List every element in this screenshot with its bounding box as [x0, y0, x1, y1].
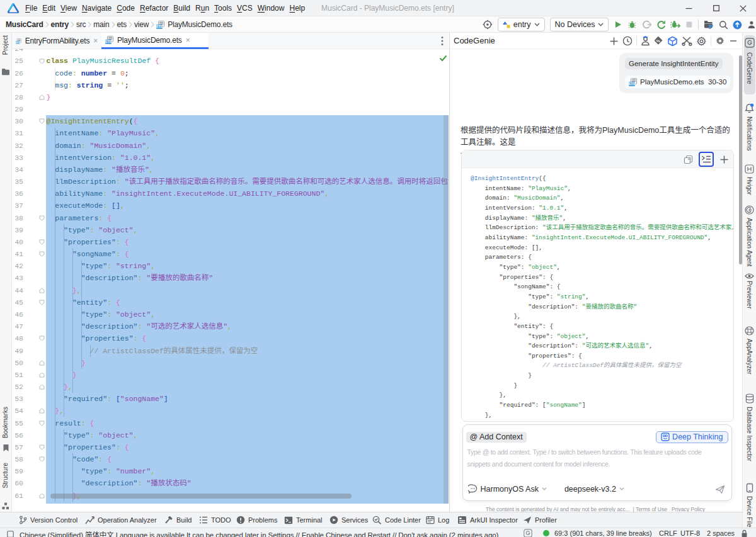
svg-text:ETS: ETS	[105, 40, 112, 43]
svg-text:ETS: ETS	[629, 82, 636, 86]
svg-text:ETS: ETS	[156, 25, 163, 28]
svg-text:ETS: ETS	[16, 41, 20, 43]
